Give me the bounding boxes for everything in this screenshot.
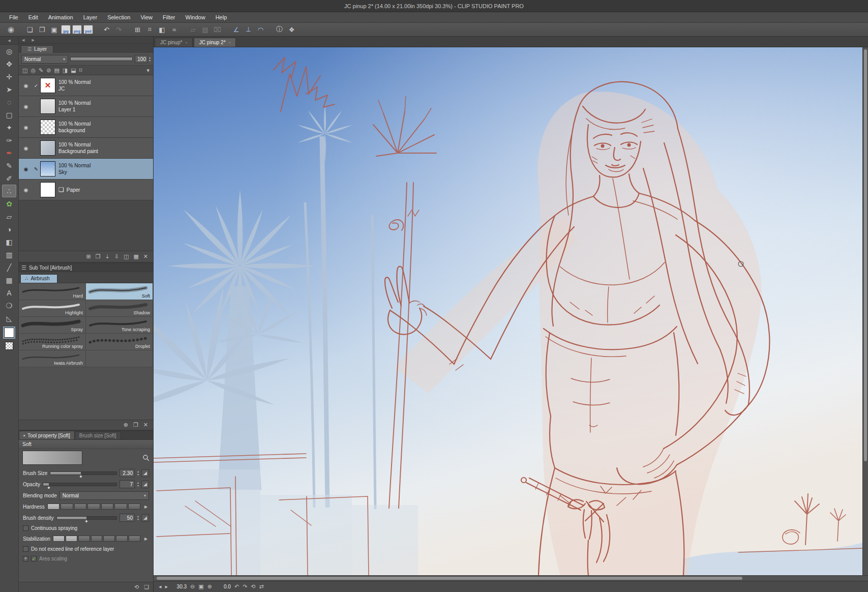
stabilization-expand-icon[interactable]: ▶ [143,537,149,541]
preset-spray[interactable]: Spray [19,317,86,334]
horizontal-scroll-thumb[interactable] [157,577,742,580]
new-file-icon[interactable]: ❏ [24,24,36,35]
reference-layer-icon[interactable]: ⬓ [71,67,76,74]
fill-tool-icon[interactable]: ◧ [2,235,16,248]
zoom-tool-icon[interactable]: ◎ [2,45,16,57]
preset-shadow[interactable]: Shadow [86,300,153,317]
drawing-canvas[interactable] [154,47,862,575]
layer-row-layer1[interactable]: ◉ 100 % NormalLayer 1 [19,96,153,117]
preset-iwata-airbrush[interactable]: Iwata Airbrush [19,350,86,367]
marquee-tool-icon[interactable]: ▢ [2,108,16,121]
menu-layer[interactable]: Layer [78,13,103,21]
eye-icon[interactable]: ◉ [20,145,32,151]
lock-alpha-icon[interactable]: ▤ [54,67,59,74]
menu-file[interactable]: File [4,13,23,21]
draft-layer-icon[interactable]: ✎ [39,67,43,74]
transform-icon[interactable]: ⌗ [144,24,156,35]
close-tab-icon[interactable]: ▪ [229,41,230,44]
transparent-color-swatch[interactable] [5,342,13,350]
redo-icon[interactable]: ↷ [113,24,125,35]
hardness-selector[interactable] [47,504,140,510]
clip-below-icon[interactable]: ◨ [63,67,68,74]
layer-row-background-paint[interactable]: ◉ 100 % NormalBackground paint [19,138,153,159]
opacity-value[interactable]: 7 [119,480,135,488]
menu-help[interactable]: Help [211,13,232,21]
layer-menu-icon[interactable]: ▾ [146,67,149,74]
eye-icon[interactable]: ◉ [20,104,32,109]
tab-brush-size[interactable]: Brush size [Soft] [75,431,121,439]
menu-view[interactable]: View [135,13,158,21]
vertical-scrollbar[interactable] [862,47,868,575]
new-folder-icon[interactable]: ❐ [96,253,101,260]
pencil-tool-icon[interactable]: ✎ [2,159,16,172]
show-all-icon[interactable]: ◎ [31,67,36,74]
preset-tone-scraping[interactable]: Tone scraping [86,317,153,334]
open-file-icon[interactable]: ❐ [36,24,48,35]
layer-row-background[interactable]: ◉ 100 % Normalbackground [19,117,153,138]
brush-size-slider[interactable] [50,471,117,475]
gradient-tool-icon[interactable]: ▥ [2,248,16,261]
snap-perspective-icon[interactable]: ⟂ [243,24,254,35]
reference-layer-checkbox[interactable] [23,546,28,552]
continuous-spraying-checkbox[interactable] [23,525,28,531]
snap-grid-icon[interactable]: ⊞ [132,24,143,35]
close-tab-icon[interactable]: ▪ [186,41,187,44]
tab-airbrush-group[interactable]: ∴ Airbrush [20,274,57,283]
reset-tool-icon[interactable]: ⟲ [134,584,139,590]
brush-size-dynamics-icon[interactable]: ◢ [141,469,149,477]
opacity-spinner[interactable]: ▴▾ [137,481,139,487]
lasso-tool-icon[interactable]: ◌ [2,96,16,108]
brush-density-value[interactable]: 50 [119,514,135,522]
select-pen-icon[interactable]: ▱ [187,24,199,35]
export-jpg-icon[interactable]: jpg [61,25,71,34]
airbrush-tool-icon[interactable]: ∴ [2,185,16,197]
select-erase-icon[interactable]: ▨ [199,24,211,35]
pen-tool-icon[interactable]: ✒ [2,146,16,159]
transfer-down-icon[interactable]: ⇣ [105,253,110,260]
nav-left-icon[interactable]: ◂ [159,583,162,590]
preset-highlight[interactable]: Highlight [19,300,86,317]
reset-rotation-icon[interactable]: ⟲ [251,583,255,590]
brush-tool-icon[interactable]: ✐ [2,172,16,185]
eye-icon[interactable]: ◉ [20,187,32,193]
menu-animation[interactable]: Animation [43,13,78,21]
eye-icon[interactable]: ◉ [20,166,32,172]
decoration-tool-icon[interactable]: ✿ [2,197,16,210]
tab-layer[interactable]: ☰ Layer [21,45,53,53]
save-file-icon[interactable]: ▣ [48,24,60,35]
brush-density-spinner[interactable]: ▴▾ [137,515,139,521]
doc-tab-jc-pinup-2[interactable]: JC pinup 2* ▪ [194,38,236,47]
magnifier-icon[interactable] [142,454,149,461]
flip-view-icon[interactable]: ⇄ [259,583,264,590]
delete-layer-icon[interactable]: ✕ [143,253,148,260]
eye-icon[interactable]: ◉ [20,83,32,88]
new-layer-icon[interactable]: ⊞ [86,253,91,260]
foreground-color-swatch[interactable] [4,328,14,338]
nav-right-icon[interactable]: ▸ [165,583,168,590]
layer-opacity-value[interactable]: 100 [135,55,148,63]
shrink-selection-icon[interactable]: ⌧ [212,24,223,35]
dock-arrow-right-icon[interactable]: ▶ [32,38,34,42]
dock-arrow-left-icon[interactable]: ◀ [22,38,24,42]
hardness-expand-icon[interactable]: ▶ [143,505,149,509]
balloon-tool-icon[interactable]: ❍ [2,299,16,312]
lock-layer-icon[interactable]: ⊘ [46,67,51,74]
mesh-transform-icon[interactable]: ◧ [156,24,168,35]
export-png-icon[interactable]: png [72,25,82,34]
blending-mode-dropdown[interactable]: Normal ▾ [59,491,149,500]
canvas-info-icon[interactable]: ⓘ [274,24,285,35]
vertical-scroll-thumb[interactable] [864,49,867,461]
liquify-icon[interactable]: ≈ [168,24,180,35]
layer-effect-icon[interactable]: ⌑ [79,67,82,74]
text-tool-icon[interactable]: A [2,286,16,299]
dock-arrow-left-icon[interactable]: ◀ [8,39,10,43]
layer-opacity-spinner[interactable]: ▴ ▾ [149,56,151,62]
layer-opacity-slider[interactable] [70,57,133,61]
layer-row-paper[interactable]: ◉ ❏ Paper [19,180,153,200]
layer-mask-icon[interactable]: ◫ [124,253,129,260]
eyedropper-tool-icon[interactable]: ✑ [2,134,16,146]
layer-row-sky[interactable]: ◉ ✎ 100 % NormalSky [19,159,153,180]
export-psd-icon[interactable]: psd [83,25,93,34]
zoom-out-icon[interactable]: ⊖ [190,583,195,590]
snap-ruler-icon[interactable]: ∠ [230,24,242,35]
